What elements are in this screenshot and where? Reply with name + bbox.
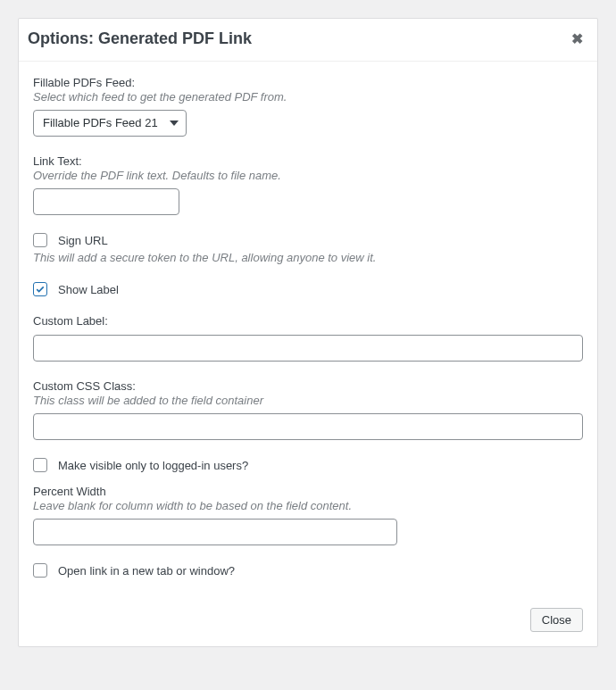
percent-width-help: Leave blank for column width to be based… [33, 499, 583, 512]
show-label-checkbox[interactable] [33, 282, 47, 296]
logged-in-label: Make visible only to logged-in users? [58, 459, 248, 472]
sign-url-label: Sign URL [58, 234, 108, 247]
custom-css-input[interactable] [33, 413, 583, 440]
modal-footer: Close [19, 597, 597, 646]
new-tab-checkbox[interactable] [33, 563, 47, 578]
new-tab-row: Open link in a new tab or window? [33, 563, 583, 578]
feed-help: Select which feed to get the generated P… [33, 90, 583, 104]
close-button[interactable]: Close [530, 608, 583, 632]
modal-body: Fillable PDFs Feed: Select which feed to… [19, 62, 597, 597]
modal-title: Options: Generated PDF Link [28, 29, 252, 48]
custom-css-help: This class will be added to the field co… [33, 394, 583, 407]
close-icon[interactable]: ✖ [571, 32, 583, 46]
logged-in-row: Make visible only to logged-in users? [33, 458, 583, 472]
link-text-help: Override the PDF link text. Defaults to … [33, 169, 583, 182]
options-modal: Options: Generated PDF Link ✖ Fillable P… [18, 18, 598, 647]
custom-label-input[interactable] [33, 335, 583, 362]
checkmark-icon [35, 284, 46, 295]
field-show-label: Show Label [33, 282, 583, 296]
custom-label-label: Custom Label: [33, 314, 583, 328]
field-sign-url: Sign URL This will add a secure token to… [33, 233, 583, 264]
custom-css-label: Custom CSS Class: [33, 379, 583, 393]
modal-header: Options: Generated PDF Link ✖ [19, 19, 597, 62]
percent-width-label: Percent Width [33, 485, 583, 498]
new-tab-label: Open link in a new tab or window? [58, 564, 235, 578]
link-text-label: Link Text: [33, 154, 583, 168]
sign-url-checkbox[interactable] [33, 233, 47, 247]
feed-label: Fillable PDFs Feed: [33, 76, 583, 89]
field-new-tab: Open link in a new tab or window? [33, 563, 583, 578]
field-custom-css: Custom CSS Class: This class will be add… [33, 379, 583, 440]
field-link-text: Link Text: Override the PDF link text. D… [33, 154, 583, 215]
field-custom-label: Custom Label: [33, 314, 583, 362]
show-label-row: Show Label [33, 282, 583, 296]
field-fillable-pdfs-feed: Fillable PDFs Feed: Select which feed to… [33, 76, 583, 137]
field-logged-in: Make visible only to logged-in users? [33, 458, 583, 472]
percent-width-input[interactable] [33, 519, 397, 545]
feed-select[interactable]: Fillable PDFs Feed 21 [33, 110, 187, 137]
field-percent-width: Percent Width Leave blank for column wid… [33, 485, 583, 545]
sign-url-help: This will add a secure token to the URL,… [33, 251, 583, 264]
show-label-label: Show Label [58, 283, 119, 296]
logged-in-checkbox[interactable] [33, 458, 47, 472]
link-text-input[interactable] [33, 188, 179, 215]
sign-url-row: Sign URL [33, 233, 583, 247]
